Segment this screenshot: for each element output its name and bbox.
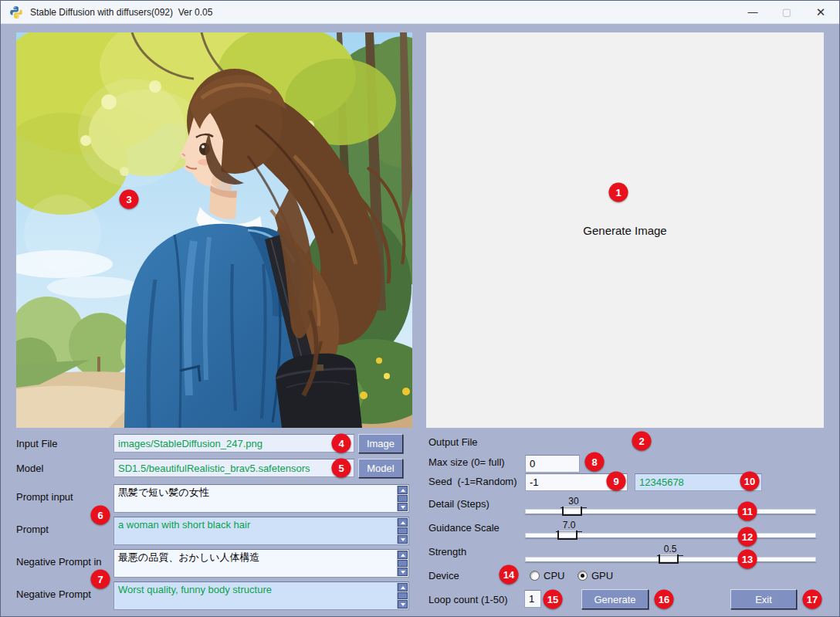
prompt-text: a woman with short black hair xyxy=(118,519,250,531)
prompt-input-textarea[interactable]: 黒髪で短い髪の女性 xyxy=(113,484,409,513)
cpu-radio[interactable] xyxy=(530,571,540,581)
annotation-badge-16: 16 xyxy=(655,590,674,609)
prompt-scrollbar[interactable] xyxy=(397,518,408,544)
maximize-button[interactable]: ▢ xyxy=(770,1,804,23)
slider-handle[interactable] xyxy=(562,507,582,516)
annotation-badge-3: 3 xyxy=(120,190,139,209)
scrollbar-thumb[interactable] xyxy=(398,527,408,534)
model-entry[interactable]: SD1.5/beautifulRealistic_brav5.safetenso… xyxy=(113,459,354,477)
annotation-badge-7: 7 xyxy=(91,570,110,589)
annotation-badge-4: 4 xyxy=(332,434,351,453)
input-image-preview xyxy=(16,32,412,428)
output-file-label: Output File xyxy=(428,436,478,448)
annotation-badge-1: 1 xyxy=(609,183,628,202)
negative-prompt-textarea[interactable]: Worst quality, funny body structure xyxy=(113,581,409,610)
titlebar: Stable Diffusion with diffusers(092) Ver… xyxy=(1,1,839,24)
prompt-label: Prompt xyxy=(16,524,49,535)
annotation-badge-6: 6 xyxy=(91,506,110,525)
minimize-button[interactable]: — xyxy=(736,1,770,23)
negative-prompt-text: Worst quality, funny body structure xyxy=(118,584,272,595)
detail-steps-label: Detail (Steps) xyxy=(428,498,489,510)
prompt-input-text: 黒髪で短い髪の女性 xyxy=(118,486,209,498)
image-button[interactable]: Image xyxy=(358,434,403,453)
scroll-down-icon[interactable] xyxy=(398,503,408,511)
annotation-badge-12: 12 xyxy=(738,527,757,547)
prompt-textarea[interactable]: a woman with short black hair xyxy=(113,517,409,545)
annotation-badge-10: 10 xyxy=(740,472,760,491)
negative-prompt-in-label: Negative Prompt in xyxy=(16,556,102,568)
annotation-badge-15: 15 xyxy=(544,590,563,609)
input-file-label: Input File xyxy=(16,438,57,449)
close-button[interactable]: ✕ xyxy=(804,1,838,23)
annotation-badge-9: 9 xyxy=(607,472,626,491)
strength-slider[interactable]: 0.5 xyxy=(525,557,816,562)
detail-steps-slider[interactable]: 30 xyxy=(525,509,816,514)
annotation-badge-2: 2 xyxy=(632,432,652,451)
seed-label: Seed (-1=Random) xyxy=(428,476,517,487)
scrollbar-thumb[interactable] xyxy=(398,495,408,502)
guidance-scale-slider[interactable]: 7.0 xyxy=(525,533,816,538)
negative-prompt-in-textarea[interactable]: 最悪の品質、おかしい人体構造 xyxy=(113,549,409,578)
model-button[interactable]: Model xyxy=(358,459,403,478)
annotation-badge-14: 14 xyxy=(500,565,519,585)
park-illustration xyxy=(16,32,412,428)
negative-prompt-in-scrollbar[interactable] xyxy=(397,551,408,576)
scroll-down-icon[interactable] xyxy=(398,568,408,576)
max-size-label: Max size (0= full) xyxy=(428,456,505,468)
scrollbar-thumb[interactable] xyxy=(398,592,408,599)
annotation-badge-11: 11 xyxy=(738,502,757,521)
input-file-entry[interactable]: images/StableDiffusion_247.png xyxy=(113,434,354,453)
annotation-badge-5: 5 xyxy=(332,459,351,478)
negative-prompt-label: Negative Prompt xyxy=(16,588,91,600)
exit-button[interactable]: Exit xyxy=(730,589,797,609)
python-logo-icon xyxy=(9,5,23,19)
scroll-up-icon[interactable] xyxy=(398,486,408,494)
negative-prompt-in-text: 最悪の品質、おかしい人体構造 xyxy=(118,551,260,563)
gpu-radio-label[interactable]: GPU xyxy=(591,570,613,581)
strength-label: Strength xyxy=(428,546,466,558)
cpu-radio-label[interactable]: CPU xyxy=(544,570,564,581)
prompt-input-label: Prompt input xyxy=(16,491,73,503)
annotation-badge-13: 13 xyxy=(738,550,757,569)
prompt-input-scrollbar[interactable] xyxy=(397,486,408,511)
scroll-up-icon[interactable] xyxy=(398,583,408,592)
device-label: Device xyxy=(428,570,459,581)
gpu-radio[interactable] xyxy=(578,571,588,581)
window-controls: — ▢ ✕ xyxy=(736,1,839,23)
scroll-down-icon[interactable] xyxy=(398,600,408,609)
model-label: Model xyxy=(16,463,43,474)
scroll-up-icon[interactable] xyxy=(398,518,408,527)
scroll-down-icon[interactable] xyxy=(398,535,408,544)
generate-button[interactable]: Generate xyxy=(581,589,649,609)
loop-count-label: Loop count (1-50) xyxy=(428,594,508,605)
app-window: Stable Diffusion with diffusers(092) Ver… xyxy=(0,0,840,617)
max-size-entry[interactable]: 0 xyxy=(525,455,580,473)
scroll-up-icon[interactable] xyxy=(398,551,408,559)
annotation-badge-17: 17 xyxy=(803,590,822,609)
loop-count-entry[interactable]: 1 xyxy=(524,590,541,608)
slider-handle[interactable] xyxy=(557,531,578,540)
annotation-badge-8: 8 xyxy=(585,453,605,472)
generate-image-placeholder: Generate Image xyxy=(426,224,824,237)
output-image-panel: Generate Image xyxy=(426,32,824,428)
slider-handle[interactable] xyxy=(659,554,679,564)
negative-prompt-scrollbar[interactable] xyxy=(397,583,408,609)
scrollbar-thumb[interactable] xyxy=(398,560,408,567)
window-title: Stable Diffusion with diffusers(092) Ver… xyxy=(30,7,736,18)
guidance-scale-label: Guidance Scale xyxy=(428,522,500,534)
